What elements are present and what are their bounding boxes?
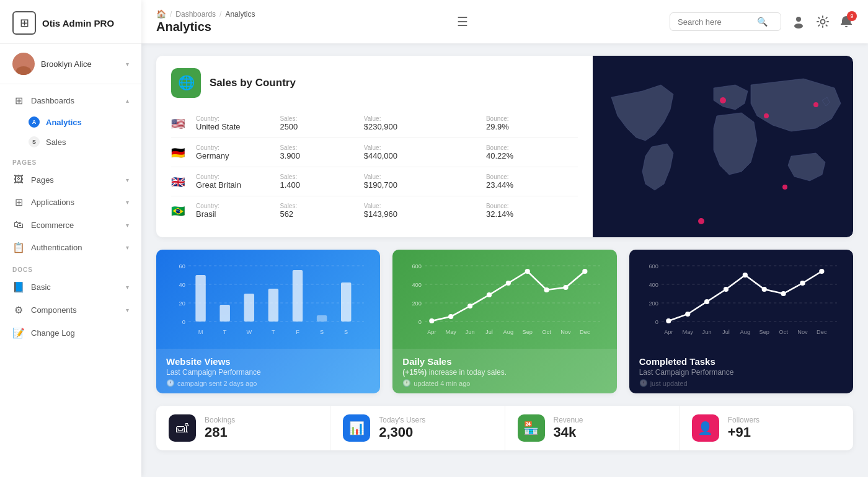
stat-revenue-info: Revenue 34k [554, 416, 583, 440]
sidebar-item-analytics[interactable]: A Analytics [0, 112, 141, 132]
svg-text:Aug: Aug [503, 329, 513, 335]
svg-text:Aug: Aug [740, 329, 750, 335]
svg-rect-18 [195, 275, 205, 322]
breadcrumb-analytics: Analytics [225, 10, 255, 19]
notifications-icon[interactable]: 9 [839, 15, 853, 28]
user-profile-icon[interactable] [791, 14, 806, 29]
settings-icon[interactable] [816, 15, 830, 28]
user-name: Brooklyn Alice [41, 59, 120, 69]
svg-text:600: 600 [649, 263, 658, 269]
svg-point-9 [764, 113, 769, 118]
bounce-br: Bounce: 32.14% [486, 203, 578, 219]
svg-text:60: 60 [179, 263, 185, 269]
country-table: 🇺🇸 Country: United State Sales: 2500 Val… [171, 109, 578, 225]
svg-rect-20 [244, 294, 254, 322]
stat-today-users-info: Today's Users 2,300 [379, 416, 425, 440]
search-box[interactable]: 🔍 [670, 12, 781, 31]
world-map-section [593, 56, 853, 237]
breadcrumb-sep1: / [170, 10, 172, 19]
country-br: Country: Brasil [196, 203, 272, 219]
sidebar-item-basic[interactable]: 📘 Basic ▾ [0, 276, 141, 299]
svg-point-70 [742, 273, 747, 278]
svg-text:F: F [296, 329, 299, 335]
svg-point-5 [698, 218, 704, 224]
svg-point-7 [782, 185, 787, 190]
svg-text:Jun: Jun [466, 329, 475, 335]
website-views-info: Website Views Last Campaign Performance … [156, 349, 380, 393]
svg-text:Oct: Oct [542, 329, 552, 335]
svg-text:W: W [246, 329, 252, 335]
sidebar-item-dashboards[interactable]: ⊞ Dashboards ▴ [0, 89, 141, 112]
revenue-label: Revenue [554, 416, 583, 424]
svg-text:Apr: Apr [664, 329, 673, 335]
svg-point-67 [685, 312, 690, 317]
sales-label: Sales [46, 138, 66, 147]
sidebar-item-ecommerce[interactable]: 🛍 Ecommerce ▾ [0, 214, 141, 236]
app-name: Otis Admin PRO [42, 18, 114, 28]
daily-sales-title: Daily Sales [402, 356, 606, 367]
analytics-dot: A [29, 116, 40, 128]
flag-us: 🇺🇸 [171, 117, 188, 129]
svg-rect-24 [341, 282, 351, 322]
globe-icon: 🌐 [171, 68, 201, 98]
user-area[interactable]: Brooklyn Alice ▾ [0, 44, 141, 84]
svg-text:Jun: Jun [702, 329, 711, 335]
clock-icon3: 🕐 [639, 379, 648, 387]
svg-text:Sep: Sep [759, 329, 769, 335]
svg-text:40: 40 [179, 282, 185, 288]
sidebar-item-sales[interactable]: S Sales [0, 132, 141, 152]
followers-value: +91 [728, 424, 760, 440]
svg-rect-23 [317, 315, 327, 322]
svg-point-2 [796, 17, 801, 22]
svg-point-71 [761, 287, 766, 292]
sidebar-item-pages[interactable]: 🖼 Pages ▾ [0, 168, 141, 191]
clock-icon2: 🕐 [402, 379, 411, 387]
search-input[interactable] [678, 17, 752, 27]
stat-bookings-info: Bookings 281 [205, 416, 235, 440]
applications-label: Applications [31, 198, 120, 207]
sidebar-navigation: ⊞ Dashboards ▴ A Analytics S Sales PAGES… [0, 84, 141, 477]
svg-text:Dec: Dec [817, 329, 827, 335]
bounce-de: Bounce: 40.22% [486, 144, 578, 160]
today-users-label: Today's Users [379, 416, 425, 424]
followers-icon: 👤 [692, 414, 719, 442]
svg-rect-19 [219, 305, 229, 322]
svg-text:Jul: Jul [485, 329, 493, 335]
docs-section-label: DOCS [0, 259, 141, 276]
bookings-icon: 🛋 [169, 414, 196, 442]
svg-text:Oct: Oct [779, 329, 788, 335]
svg-text:Nov: Nov [561, 329, 572, 335]
svg-point-0 [19, 56, 29, 66]
svg-text:May: May [446, 329, 457, 335]
applications-icon: ⊞ [12, 196, 25, 208]
svg-rect-22 [293, 270, 303, 322]
world-map-svg [593, 60, 853, 234]
menu-icon[interactable]: ☰ [457, 14, 468, 29]
pages-section-label: PAGES [0, 152, 141, 168]
content-area: 🌐 Sales by Country 🇺🇸 Country: United St… [141, 43, 868, 477]
sidebar-item-applications[interactable]: ⊞ Applications ▾ [0, 191, 141, 214]
dashboards-chevron-icon: ▴ [126, 97, 129, 104]
pages-label: Pages [31, 175, 120, 185]
svg-point-44 [506, 281, 511, 286]
sidebar-item-components[interactable]: ⚙ Components ▾ [0, 299, 141, 322]
stat-followers: 👤 Followers +91 [680, 406, 853, 450]
svg-text:200: 200 [649, 300, 658, 307]
main-area: 🏠 / Dashboards / Analytics Analytics ☰ 🔍 [141, 0, 868, 477]
svg-point-1 [16, 66, 31, 75]
basic-label: Basic [31, 282, 120, 292]
svg-point-73 [800, 281, 805, 286]
components-chevron-icon: ▾ [126, 307, 129, 313]
svg-point-46 [544, 287, 549, 292]
value-de: Value: $440,000 [364, 144, 479, 160]
sidebar-item-authentication[interactable]: 📋 Authentication ▾ [0, 236, 141, 259]
completed-tasks-title: Completed Tasks [639, 356, 843, 367]
svg-text:400: 400 [412, 282, 422, 288]
sidebar-item-changelog[interactable]: 📝 Change Log [0, 322, 141, 344]
country-us: Country: United State [196, 115, 272, 131]
table-row: 🇧🇷 Country: Brasil Sales: 562 Value: $14… [171, 196, 578, 225]
sales-br: Sales: 562 [280, 203, 356, 219]
svg-text:400: 400 [649, 282, 658, 288]
breadcrumb-sep2: / [219, 10, 221, 19]
svg-text:Apr: Apr [427, 329, 436, 335]
